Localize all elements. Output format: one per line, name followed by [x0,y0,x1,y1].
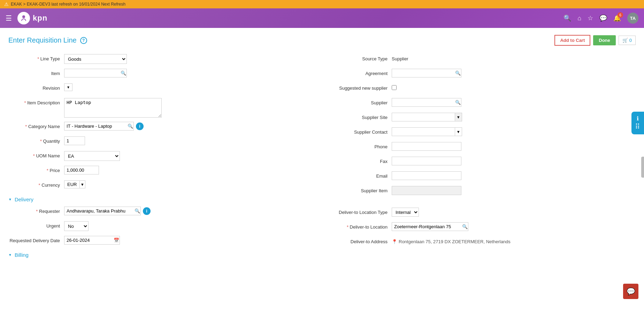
delivery-date-input[interactable] [64,236,120,245]
item-row: Item 🔍 [8,69,315,79]
item-search-button[interactable]: 🔍 [121,70,126,76]
price-input[interactable]: 1,000.00 [64,166,99,174]
deliver-location-input[interactable] [392,222,468,231]
supplier-item-value [392,186,461,195]
uom-name-control: EA [64,151,315,161]
deliver-location-type-select[interactable]: Internal [392,208,419,217]
deliver-location-type-control: Internal [392,208,636,217]
scroll-edge[interactable] [641,157,644,178]
agreement-input[interactable] [392,69,461,77]
email-input[interactable] [392,171,461,180]
phone-input[interactable] [392,142,461,151]
price-row: Price 1,000.00 [8,166,315,176]
suggested-supplier-label: Suggested new supplier [329,83,392,91]
price-label: Price [8,166,64,173]
navbar-left: ☰ kpn [6,12,47,24]
float-info-icon: ℹ [637,115,639,122]
warning-bar: ⚠ EKAK > EKAK-DEV3 last refresh on 16/01… [0,0,644,8]
quantity-input[interactable]: 1 [64,136,85,145]
avatar[interactable]: TA [627,13,638,24]
supplier-site-dropdown-button[interactable]: ▾ [455,113,462,121]
source-type-value: Supplier [392,54,408,61]
fax-label: Fax [329,157,392,164]
deliver-location-row: Deliver-to Location 🔍 [329,222,636,233]
uom-name-label: UOM Name [8,151,64,158]
requester-search-button[interactable]: 🔍 [135,208,140,214]
logo-icon [17,12,30,24]
cart-count: 0 [629,38,632,43]
currency-dropdown-button[interactable]: ▾ [80,180,85,188]
form-left: Line Type Goods Item 🔍 [8,54,315,262]
revision-label: Revision [8,83,64,91]
item-label: Item [8,69,64,76]
billing-section-header[interactable]: ▼ Billing [8,252,315,258]
delivery-date-label: Requested Delivery Date [8,236,64,243]
uom-name-row: UOM Name EA [8,151,315,162]
cart-button[interactable]: 🛒 0 [619,36,636,45]
warning-icon: ⚠ [4,1,9,7]
deliver-location-type-label: Deliver-to Location Type [329,208,392,215]
supplier-search-button[interactable]: 🔍 [455,100,461,105]
supplier-contact-row: Supplier Contact ▾ [329,127,636,138]
line-type-label: Line Type [8,54,64,61]
phone-control [392,142,636,151]
message-icon[interactable]: 💬 [599,14,607,22]
navbar-right: 🔍 ⌂ ☆ 💬 🔔 6 TA [564,13,638,24]
requester-info-button[interactable]: i [143,207,151,215]
logo[interactable]: kpn [17,12,47,24]
supplier-contact-input[interactable] [392,127,455,136]
address-pin-icon: 📍 [392,239,397,244]
page-header: Enter Requisition Line ? Add to Cart Don… [8,35,636,46]
category-search-button[interactable]: 🔍 [128,124,133,129]
supplier-contact-dropdown-button[interactable]: ▾ [455,127,462,136]
supplier-site-control: ▾ [392,113,636,121]
requester-input[interactable] [64,207,141,215]
revision-control: ▾ [64,83,315,91]
line-type-select[interactable]: Goods [64,54,127,64]
float-chat-button[interactable]: 💬 [623,284,638,299]
revision-dropdown-button[interactable]: ▾ [64,83,72,91]
main-content: Enter Requisition Line ? Add to Cart Don… [0,28,644,313]
item-description-textarea[interactable]: HP Laptop [64,98,162,118]
requester-row: Requester 🔍 i [8,207,315,217]
deliver-location-type-inner: Internal [392,208,419,217]
uom-name-select[interactable]: EA [64,151,120,161]
email-label: Email [329,171,392,179]
notification-icon[interactable]: 🔔 6 [613,14,621,22]
chat-icon: 💬 [627,287,635,296]
search-icon[interactable]: 🔍 [564,14,571,22]
suggested-supplier-checkbox[interactable] [392,85,397,90]
supplier-item-control [392,186,636,195]
urgent-select[interactable]: No Yes [64,221,89,231]
add-to-cart-button[interactable]: Add to Cart [554,35,590,46]
item-input[interactable] [64,69,127,77]
warning-text: EKAK > EKAK-DEV3 last refresh on 16/01/2… [11,2,125,7]
supplier-item-row: Supplier Item [329,186,636,196]
delivery-section-header[interactable]: ▼ Delivery [8,196,315,202]
fax-input[interactable] [392,157,461,165]
hamburger-menu-icon[interactable]: ☰ [6,14,12,22]
help-icon[interactable]: ? [80,37,87,44]
agreement-search-button[interactable]: 🔍 [455,70,461,76]
navbar: ☰ kpn 🔍 ⌂ ☆ 💬 🔔 6 TA [0,8,644,28]
currency-input-group: EUR ▾ [64,180,85,188]
deliver-location-search-button[interactable]: 🔍 [462,224,468,229]
fax-row: Fax [329,157,636,167]
category-name-input[interactable] [64,122,134,131]
delivery-date-control: 📅 [64,236,315,245]
line-type-control: Goods [64,54,315,64]
float-info-button[interactable]: ℹ ⠿ [631,112,644,134]
supplier-input[interactable] [392,98,461,107]
billing-section-title: Billing [15,252,29,258]
deliver-address-value: 📍 Rontgenlaan 75, 2719 DX ZOETERMEER, Ne… [392,237,511,244]
date-picker-button[interactable]: 📅 [114,238,119,243]
urgent-control: No Yes [64,221,315,231]
deliver-location-type-row: Deliver-to Location Type Internal [329,208,636,218]
home-icon[interactable]: ⌂ [577,15,581,22]
svg-point-0 [22,15,25,18]
agreement-label: Agreement [329,69,392,76]
done-button[interactable]: Done [593,35,616,45]
cart-icon: 🛒 [622,38,628,43]
category-info-button[interactable]: i [136,122,144,130]
star-icon[interactable]: ☆ [588,14,593,22]
